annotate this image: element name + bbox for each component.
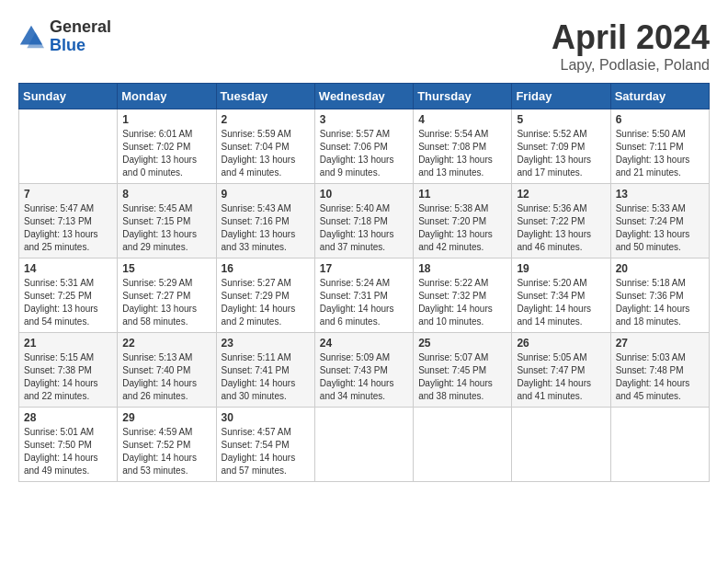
cell-info: Sunrise: 5:59 AM Sunset: 7:04 PM Dayligh… xyxy=(222,128,310,179)
logo-general-text: General xyxy=(50,18,111,37)
sunset-text: Sunset: 7:34 PM xyxy=(517,291,585,301)
logo-blue-text: Blue xyxy=(50,37,111,55)
daylight-text: Daylight: 13 hours and 46 minutes. xyxy=(517,229,591,252)
daylight-text: Daylight: 13 hours and 21 minutes. xyxy=(616,155,690,178)
daylight-text: Daylight: 13 hours and 9 minutes. xyxy=(320,155,394,178)
page-header: General Blue April 2024 Lapy, Podlasie, … xyxy=(18,18,710,74)
sunrise-text: Sunrise: 5:27 AM xyxy=(222,278,291,288)
calendar-cell: 6 Sunrise: 5:50 AM Sunset: 7:11 PM Dayli… xyxy=(610,109,709,184)
day-number: 30 xyxy=(222,411,310,424)
daylight-text: Daylight: 14 hours and 38 minutes. xyxy=(418,378,493,401)
day-number: 11 xyxy=(418,188,506,201)
sunrise-text: Sunrise: 4:59 AM xyxy=(122,427,192,437)
sunrise-text: Sunrise: 5:09 AM xyxy=(320,352,390,362)
sunrise-text: Sunrise: 5:57 AM xyxy=(320,129,390,139)
calendar-cell: 13 Sunrise: 5:33 AM Sunset: 7:24 PM Dayl… xyxy=(610,184,709,259)
calendar-cell: 25 Sunrise: 5:07 AM Sunset: 7:45 PM Dayl… xyxy=(414,333,512,408)
cell-info: Sunrise: 5:47 AM Sunset: 7:13 PM Dayligh… xyxy=(24,202,112,254)
sunset-text: Sunset: 7:25 PM xyxy=(24,291,92,301)
day-number: 28 xyxy=(24,411,112,424)
cell-info: Sunrise: 5:31 AM Sunset: 7:25 PM Dayligh… xyxy=(24,277,112,328)
sunset-text: Sunset: 7:27 PM xyxy=(122,291,190,301)
day-number: 7 xyxy=(24,188,112,201)
calendar-cell: 24 Sunrise: 5:09 AM Sunset: 7:43 PM Dayl… xyxy=(314,333,413,408)
cell-info: Sunrise: 5:07 AM Sunset: 7:45 PM Dayligh… xyxy=(418,351,506,403)
daylight-text: Daylight: 13 hours and 29 minutes. xyxy=(122,229,197,252)
calendar-cell xyxy=(414,408,512,482)
title-section: April 2024 Lapy, Podlasie, Poland xyxy=(552,18,710,74)
sunrise-text: Sunrise: 5:38 AM xyxy=(418,203,488,213)
calendar-cell xyxy=(512,408,610,482)
calendar-cell xyxy=(610,408,709,482)
sunrise-text: Sunrise: 5:33 AM xyxy=(616,203,686,213)
calendar-cell: 20 Sunrise: 5:18 AM Sunset: 7:36 PM Dayl… xyxy=(610,259,709,333)
daylight-text: Daylight: 14 hours and 10 minutes. xyxy=(418,304,493,327)
daylight-text: Daylight: 14 hours and 53 minutes. xyxy=(122,453,197,476)
calendar-week-row: 1 Sunrise: 6:01 AM Sunset: 7:02 PM Dayli… xyxy=(19,109,710,184)
day-number: 14 xyxy=(24,262,112,275)
day-number: 4 xyxy=(418,113,506,126)
cell-info: Sunrise: 5:38 AM Sunset: 7:20 PM Dayligh… xyxy=(418,202,506,254)
cell-info: Sunrise: 5:54 AM Sunset: 7:08 PM Dayligh… xyxy=(418,128,506,179)
cell-info: Sunrise: 5:01 AM Sunset: 7:50 PM Dayligh… xyxy=(24,426,112,477)
day-number: 23 xyxy=(222,337,310,350)
cell-info: Sunrise: 5:57 AM Sunset: 7:06 PM Dayligh… xyxy=(320,128,408,179)
daylight-text: Daylight: 13 hours and 42 minutes. xyxy=(418,229,493,252)
sunset-text: Sunset: 7:52 PM xyxy=(122,440,190,450)
sunset-text: Sunset: 7:48 PM xyxy=(616,365,684,375)
calendar-cell: 30 Sunrise: 4:57 AM Sunset: 7:54 PM Dayl… xyxy=(216,408,314,482)
sunrise-text: Sunrise: 5:45 AM xyxy=(122,203,192,213)
sunset-text: Sunset: 7:41 PM xyxy=(222,365,290,375)
daylight-text: Daylight: 13 hours and 13 minutes. xyxy=(418,155,493,178)
calendar-cell: 11 Sunrise: 5:38 AM Sunset: 7:20 PM Dayl… xyxy=(414,184,512,259)
sunrise-text: Sunrise: 5:18 AM xyxy=(616,278,686,288)
cell-info: Sunrise: 5:20 AM Sunset: 7:34 PM Dayligh… xyxy=(517,277,605,328)
daylight-text: Daylight: 14 hours and 57 minutes. xyxy=(222,453,296,476)
calendar-cell: 23 Sunrise: 5:11 AM Sunset: 7:41 PM Dayl… xyxy=(216,333,314,408)
calendar-cell: 10 Sunrise: 5:40 AM Sunset: 7:18 PM Dayl… xyxy=(314,184,413,259)
calendar-week-row: 21 Sunrise: 5:15 AM Sunset: 7:38 PM Dayl… xyxy=(19,333,710,408)
sunrise-text: Sunrise: 5:52 AM xyxy=(517,129,586,139)
cell-info: Sunrise: 5:29 AM Sunset: 7:27 PM Dayligh… xyxy=(122,277,210,328)
calendar-cell: 9 Sunrise: 5:43 AM Sunset: 7:16 PM Dayli… xyxy=(216,184,314,259)
logo-icon xyxy=(18,24,44,50)
calendar-cell xyxy=(314,408,413,482)
calendar-cell: 4 Sunrise: 5:54 AM Sunset: 7:08 PM Dayli… xyxy=(414,109,512,184)
sunrise-text: Sunrise: 5:40 AM xyxy=(320,203,390,213)
daylight-text: Daylight: 13 hours and 17 minutes. xyxy=(517,155,591,178)
header-saturday: Saturday xyxy=(610,84,709,109)
daylight-text: Daylight: 14 hours and 22 minutes. xyxy=(24,378,98,401)
calendar-cell: 18 Sunrise: 5:22 AM Sunset: 7:32 PM Dayl… xyxy=(414,259,512,333)
day-number: 2 xyxy=(222,113,310,126)
daylight-text: Daylight: 13 hours and 54 minutes. xyxy=(24,304,98,327)
cell-info: Sunrise: 5:33 AM Sunset: 7:24 PM Dayligh… xyxy=(616,202,704,254)
calendar-cell: 21 Sunrise: 5:15 AM Sunset: 7:38 PM Dayl… xyxy=(19,333,118,408)
sunrise-text: Sunrise: 5:20 AM xyxy=(517,278,586,288)
daylight-text: Daylight: 13 hours and 4 minutes. xyxy=(222,155,296,178)
calendar-cell: 29 Sunrise: 4:59 AM Sunset: 7:52 PM Dayl… xyxy=(118,408,216,482)
sunrise-text: Sunrise: 5:07 AM xyxy=(418,352,488,362)
sunrise-text: Sunrise: 5:11 AM xyxy=(222,352,291,362)
sunrise-text: Sunrise: 5:43 AM xyxy=(222,203,291,213)
cell-info: Sunrise: 4:59 AM Sunset: 7:52 PM Dayligh… xyxy=(122,426,210,477)
sunset-text: Sunset: 7:45 PM xyxy=(418,365,486,375)
sunrise-text: Sunrise: 5:29 AM xyxy=(122,278,192,288)
cell-info: Sunrise: 6:01 AM Sunset: 7:02 PM Dayligh… xyxy=(122,128,210,179)
sunrise-text: Sunrise: 5:50 AM xyxy=(616,129,686,139)
day-number: 26 xyxy=(517,337,605,350)
sunrise-text: Sunrise: 6:01 AM xyxy=(122,129,192,139)
calendar-cell: 7 Sunrise: 5:47 AM Sunset: 7:13 PM Dayli… xyxy=(19,184,118,259)
daylight-text: Daylight: 13 hours and 50 minutes. xyxy=(616,229,690,252)
cell-info: Sunrise: 5:36 AM Sunset: 7:22 PM Dayligh… xyxy=(517,202,605,254)
calendar-cell: 28 Sunrise: 5:01 AM Sunset: 7:50 PM Dayl… xyxy=(19,408,118,482)
sunset-text: Sunset: 7:02 PM xyxy=(122,142,190,152)
cell-info: Sunrise: 5:50 AM Sunset: 7:11 PM Dayligh… xyxy=(616,128,704,179)
calendar-header-row: Sunday Monday Tuesday Wednesday Thursday… xyxy=(19,84,710,109)
day-number: 5 xyxy=(517,113,605,126)
day-number: 25 xyxy=(418,337,506,350)
sunset-text: Sunset: 7:40 PM xyxy=(122,365,190,375)
sunset-text: Sunset: 7:29 PM xyxy=(222,291,290,301)
calendar-cell: 17 Sunrise: 5:24 AM Sunset: 7:31 PM Dayl… xyxy=(314,259,413,333)
cell-info: Sunrise: 5:45 AM Sunset: 7:15 PM Dayligh… xyxy=(122,202,210,254)
daylight-text: Daylight: 13 hours and 0 minutes. xyxy=(122,155,197,178)
